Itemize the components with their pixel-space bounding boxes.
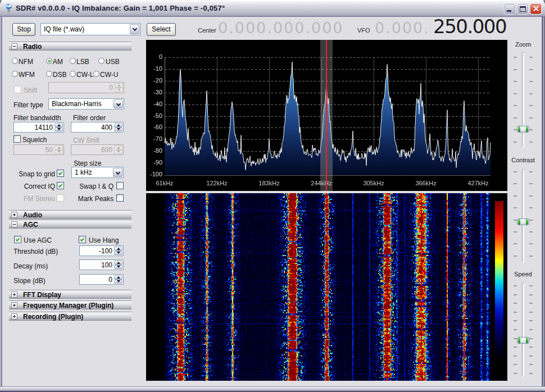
filter-type-dropdown-button[interactable] xyxy=(113,99,123,108)
zoom-slider-tick xyxy=(529,69,533,70)
vfo-frequency-gray-digits[interactable]: 0.000. xyxy=(375,20,430,35)
mode-radio-usb[interactable] xyxy=(98,58,105,64)
slope-spin-down[interactable] xyxy=(114,280,122,284)
squelch-label: Squelch xyxy=(22,136,47,144)
recording-group-header[interactable]: Recording (Plugin) xyxy=(9,312,131,321)
contrast-slider-track[interactable] xyxy=(522,169,524,263)
mode-label-wfm: WFM xyxy=(19,71,35,79)
zoom-slider-track[interactable] xyxy=(522,52,524,148)
filter-order-spin-up[interactable] xyxy=(114,123,122,127)
title-bar[interactable]: SDR# v0.0.0.0 - IQ Imbalance: Gain = 1,0… xyxy=(0,0,545,17)
contrast-slider-tick xyxy=(529,207,533,208)
shift-spin-down[interactable] xyxy=(115,88,123,92)
speed-slider-tick xyxy=(529,303,533,304)
mode-radio-cw-l[interactable] xyxy=(70,71,76,77)
audio-group-header[interactable]: Audio xyxy=(9,210,131,219)
mode-radio-wfm[interactable] xyxy=(12,71,18,77)
expand-icon[interactable] xyxy=(11,291,17,298)
threshold-spin-up[interactable] xyxy=(114,247,122,251)
mode-radio-am[interactable] xyxy=(46,58,52,64)
agc-group-header[interactable]: AGC xyxy=(9,220,131,229)
speed-slider-tick xyxy=(529,338,533,339)
threshold-field[interactable]: -100 xyxy=(79,245,124,256)
source-dropdown-button[interactable] xyxy=(130,24,139,34)
use-agc-checkbox[interactable] xyxy=(14,236,21,243)
use-hang-checkbox[interactable] xyxy=(79,236,86,243)
maximize-icon xyxy=(520,6,526,12)
contrast-slider-thumb[interactable] xyxy=(517,218,529,225)
speed-slider-thumb[interactable] xyxy=(517,337,529,344)
decay-spin-up[interactable] xyxy=(114,261,122,265)
mode-radio-cw-u[interactable] xyxy=(93,71,99,77)
shift-label: Shift xyxy=(24,86,37,94)
step-size-value: 1 kHz xyxy=(75,168,92,176)
waterfall-canvas[interactable] xyxy=(146,193,507,381)
collapse-icon[interactable] xyxy=(11,43,17,49)
expand-icon[interactable] xyxy=(11,313,17,320)
decay-spin-down[interactable] xyxy=(114,265,122,270)
speed-slider-tick xyxy=(514,320,517,321)
contrast-slider-tick xyxy=(529,183,533,184)
center-frequency-display[interactable]: 0.000.000.000 xyxy=(218,20,344,35)
cw-shift-spin-up[interactable] xyxy=(114,145,122,150)
mode-radio-lsb[interactable] xyxy=(70,58,76,64)
speed-slider-track[interactable] xyxy=(522,282,524,377)
vfo-tuning-line[interactable] xyxy=(326,40,327,191)
close-icon: ✕ xyxy=(532,5,540,13)
step-size-dropdown-button[interactable] xyxy=(113,168,122,177)
squelch-field[interactable]: 50 xyxy=(13,144,64,155)
filter-order-spin-down[interactable] xyxy=(114,127,122,132)
contrast-slider-label: Contrast xyxy=(511,157,535,163)
filter-type-label: Filter type xyxy=(13,101,43,109)
filter-order-field[interactable]: 400 xyxy=(71,122,124,133)
decay-field[interactable]: 100 xyxy=(79,259,124,270)
radio-group-header[interactable]: Radio xyxy=(9,42,131,51)
squelch-spin-down[interactable] xyxy=(54,150,63,154)
slope-field[interactable]: 0 xyxy=(79,274,124,285)
snap-to-grid-checkbox[interactable] xyxy=(57,170,64,177)
squelch-checkbox[interactable] xyxy=(13,135,21,143)
collapse-icon[interactable] xyxy=(11,221,17,227)
squelch-spin-up[interactable] xyxy=(54,145,63,150)
vfo-frequency-display[interactable]: 250.000 xyxy=(433,17,506,36)
fft-display-group-header[interactable]: FFT Display xyxy=(9,290,131,299)
shift-checkbox[interactable] xyxy=(14,86,21,93)
titlebar-shine xyxy=(0,0,545,2)
zoom-slider-tick xyxy=(529,57,533,58)
close-button[interactable]: ✕ xyxy=(530,3,542,15)
expand-icon[interactable] xyxy=(11,302,17,308)
maximize-button[interactable] xyxy=(517,3,529,15)
zoom-slider-thumb[interactable] xyxy=(517,126,529,133)
speed-slider-tick xyxy=(514,285,517,286)
fm-stereo-checkbox[interactable] xyxy=(57,194,64,202)
zoom-slider-tick xyxy=(529,142,533,143)
mark-peaks-checkbox[interactable] xyxy=(116,194,124,202)
threshold-spin-down[interactable] xyxy=(114,251,122,256)
speed-slider-tick xyxy=(529,347,533,348)
minimize-button[interactable] xyxy=(504,3,516,15)
swap-iq-checkbox[interactable] xyxy=(116,182,124,189)
cw-shift-label: CW Shift xyxy=(73,136,99,144)
speed-slider-tick xyxy=(529,285,533,286)
expand-icon[interactable] xyxy=(11,212,17,218)
cw-shift-spin-down[interactable] xyxy=(114,150,122,154)
step-size-select[interactable]: 1 kHz xyxy=(71,167,124,178)
mode-radio-nfm[interactable] xyxy=(12,58,18,64)
filter-bandwidth-spin-up[interactable] xyxy=(54,123,63,127)
slope-spin-up[interactable] xyxy=(114,275,122,280)
contrast-slider-tick xyxy=(514,207,517,208)
mode-radio-dsb[interactable] xyxy=(46,71,52,77)
cw-shift-field[interactable]: 600 xyxy=(71,144,124,155)
stop-button[interactable]: Stop xyxy=(12,23,35,36)
shift-spin-up[interactable] xyxy=(115,83,123,88)
filter-type-select[interactable]: Blackman-Harris xyxy=(48,98,124,110)
waterfall-display[interactable] xyxy=(146,193,507,381)
correct-iq-checkbox[interactable] xyxy=(57,182,64,189)
source-select[interactable]: IQ file (*.wav) xyxy=(40,23,140,35)
speed-slider-tick xyxy=(514,355,517,357)
filter-bandwidth-spin-down[interactable] xyxy=(54,127,63,132)
select-button[interactable]: Select xyxy=(147,23,176,36)
frequency-manager-group-header[interactable]: Frequency Manager (Plugin) xyxy=(9,300,131,309)
shift-field[interactable]: 0 xyxy=(48,82,124,93)
filter-bandwidth-field[interactable]: 14110 xyxy=(13,122,64,133)
